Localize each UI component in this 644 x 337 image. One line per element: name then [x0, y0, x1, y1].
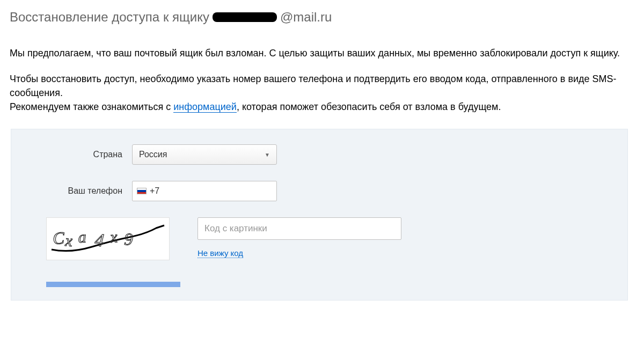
phone-input[interactable]: [163, 186, 272, 196]
country-value: Россия: [139, 150, 167, 159]
captcha-row: C x a 4 x 9 Не вижу код: [11, 217, 627, 260]
redacted-username: [213, 12, 277, 22]
captcha-input[interactable]: [197, 217, 401, 240]
flag-russia-icon: [137, 188, 147, 194]
title-prefix: Восстановление доступа к ящику: [10, 10, 209, 25]
svg-text:4: 4: [94, 230, 105, 250]
instruction-paragraph: Чтобы восстановить доступ, необходимо ук…: [10, 72, 629, 114]
country-select[interactable]: Россия ▼: [132, 144, 277, 165]
captcha-svg: C x a 4 x 9: [49, 220, 167, 258]
submit-button[interactable]: [46, 282, 180, 287]
instruction-line1: Чтобы восстановить доступ, необходимо ук…: [10, 74, 617, 98]
instruction-line2-post: , которая поможет обезопасить себя от вз…: [237, 101, 501, 112]
svg-text:x: x: [109, 228, 118, 246]
country-label: Страна: [11, 150, 132, 159]
instruction-line2-pre: Рекомендуем также ознакомиться с: [10, 101, 173, 112]
svg-text:C: C: [52, 228, 65, 248]
submit-row: [11, 280, 627, 289]
phone-row: Ваш телефон +7: [11, 181, 627, 201]
info-link[interactable]: информацией: [173, 101, 237, 113]
recovery-form: Страна Россия ▼ Ваш телефон +7 C: [11, 129, 628, 301]
captcha-image: C x a 4 x 9: [46, 217, 170, 260]
svg-text:x: x: [64, 231, 74, 250]
svg-text:9: 9: [124, 229, 134, 249]
svg-text:a: a: [78, 228, 86, 246]
phone-input-container[interactable]: +7: [132, 181, 277, 201]
chevron-down-icon: ▼: [265, 152, 270, 158]
phone-prefix: +7: [150, 186, 159, 196]
refresh-captcha-link[interactable]: Не вижу код: [197, 248, 243, 258]
warning-paragraph: Мы предполагаем, что ваш почтовый ящик б…: [10, 46, 629, 60]
country-row: Страна Россия ▼: [11, 144, 627, 165]
title-suffix: @mail.ru: [280, 10, 332, 25]
phone-label: Ваш телефон: [11, 186, 132, 196]
page-title: Восстановление доступа к ящику @mail.ru: [10, 10, 629, 25]
